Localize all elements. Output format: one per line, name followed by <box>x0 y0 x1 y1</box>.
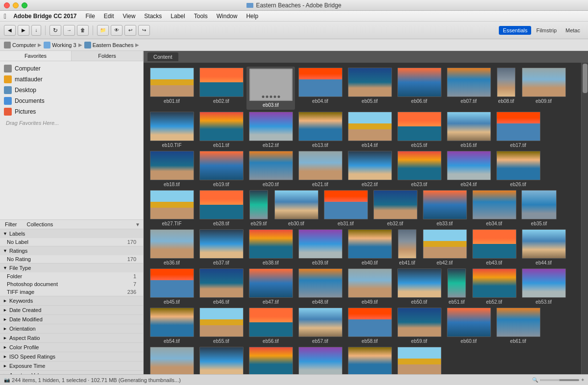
list-item[interactable]: eb02.tif <box>197 67 245 110</box>
list-item[interactable]: eb62.tif <box>147 346 196 374</box>
list-item[interactable]: eb08.tif <box>494 67 518 110</box>
list-item[interactable]: eb23.tif <box>395 150 443 188</box>
menu-file[interactable]: File <box>82 12 99 21</box>
list-item[interactable]: eb33.tif <box>420 189 469 227</box>
list-item[interactable]: eb56.tif <box>246 307 295 345</box>
app-name-menu[interactable]: Adobe Bridge CC 2017 <box>9 12 80 21</box>
list-item[interactable]: eb58.tif <box>345 307 394 345</box>
breadcrumb-working3[interactable]: Working 3 <box>44 42 76 48</box>
list-item[interactable]: eb45.tif <box>147 267 196 306</box>
essentials-button[interactable]: Essentials <box>499 26 531 35</box>
list-item[interactable]: eb34.tif <box>470 189 518 227</box>
list-item[interactable]: eb18.tif <box>147 150 196 188</box>
maximize-button[interactable] <box>22 2 27 8</box>
list-item[interactable]: eb54.tif <box>147 307 196 345</box>
list-item[interactable]: eb10.TIF <box>147 111 196 149</box>
list-item[interactable]: eb29.tif <box>246 189 271 227</box>
tab-folders[interactable]: Folders <box>72 51 143 61</box>
list-item[interactable]: eb47.tif <box>246 267 295 306</box>
list-item[interactable]: eb21.tif <box>296 150 344 188</box>
filter-header-iso[interactable]: ► ISO Speed Ratings <box>0 352 143 361</box>
sidebar-item-home[interactable]: mattlauder <box>0 74 143 85</box>
list-item[interactable]: eb27.TIF <box>147 189 196 227</box>
list-item[interactable]: eb26.tif <box>494 150 542 188</box>
scrollbar[interactable] <box>581 63 588 374</box>
zoom-slider[interactable] <box>540 379 579 381</box>
list-item[interactable]: eb03.tif <box>246 67 295 110</box>
list-item[interactable]: eb49.tif <box>345 267 394 306</box>
list-item[interactable]: eb57.tif <box>296 307 344 345</box>
list-item[interactable]: eb12.tif <box>246 111 295 149</box>
list-item[interactable]: eb24.tif <box>444 150 493 188</box>
list-item[interactable]: eb28.tif <box>197 189 245 227</box>
list-item[interactable]: eb39.tif <box>296 228 344 266</box>
list-item[interactable]: eb07.tif <box>444 67 493 110</box>
list-item[interactable]: eb60.tif <box>444 307 493 345</box>
tab-filter[interactable]: Filter <box>0 220 22 229</box>
filmstrip-button[interactable]: Filmstrip <box>532 26 561 35</box>
filter-header-datecreated[interactable]: ► Date Created <box>0 306 143 314</box>
list-item[interactable]: eb50.tif <box>395 267 443 306</box>
tab-collections[interactable]: Collections <box>22 220 58 229</box>
zoom-out-icon[interactable]: 🔍 <box>532 377 538 383</box>
scroll-thumb[interactable] <box>583 64 588 93</box>
list-item[interactable]: eb43.tif <box>470 228 518 266</box>
filter-header-orientation[interactable]: ► Orientation <box>0 324 143 333</box>
list-item[interactable]: eb42.tif <box>420 228 469 266</box>
list-item[interactable]: eb13.tif <box>296 111 344 149</box>
list-item[interactable]: eb04.tif <box>296 67 344 110</box>
list-item[interactable]: eb17.tif <box>494 111 542 149</box>
filter-header-ratings[interactable]: ▼ Ratings <box>0 246 143 255</box>
sidebar-item-documents[interactable]: Documents <box>0 96 143 106</box>
list-item[interactable]: eb41.tif <box>395 228 419 266</box>
list-item[interactable]: eb14.tif <box>345 111 394 149</box>
filter-collapse-button[interactable]: ▼ <box>132 221 143 228</box>
list-item[interactable]: eb46.tif <box>197 267 245 306</box>
nav-button[interactable]: ↓ <box>31 25 41 36</box>
menu-edit[interactable]: Edit <box>100 12 118 21</box>
menu-window[interactable]: Window <box>213 12 242 21</box>
list-item[interactable]: eb67.tif <box>345 346 394 374</box>
list-item[interactable]: eb37.tif <box>197 228 245 266</box>
list-item[interactable]: eb05.tif <box>345 67 394 110</box>
list-item[interactable]: eb53.tif <box>519 267 568 306</box>
filter-header-datemodified[interactable]: ► Date Modified <box>0 315 143 324</box>
list-item[interactable]: eb51.tif <box>444 267 469 306</box>
list-item[interactable]: eb52.tif <box>470 267 518 306</box>
filter-header-filetype[interactable]: ▼ File Type <box>0 264 143 272</box>
list-item[interactable]: eb22.tif <box>345 150 394 188</box>
list-item[interactable]: eb20.tif <box>246 150 295 188</box>
tab-favorites[interactable]: Favorites <box>0 51 72 61</box>
menu-view[interactable]: View <box>119 12 140 21</box>
list-item[interactable]: eb15.tif <box>395 111 443 149</box>
image-grid-container[interactable]: eb01.tif eb02.tif <box>144 63 581 374</box>
list-item[interactable]: eb30.tif <box>272 189 320 227</box>
list-item[interactable]: eb32.tif <box>371 189 419 227</box>
apple-logo[interactable]:  <box>4 12 6 20</box>
list-item[interactable]: eb19.tif <box>197 150 245 188</box>
menu-label[interactable]: Label <box>167 12 189 21</box>
meta-button[interactable]: Metac <box>562 26 584 35</box>
zoom-in-icon[interactable]: + <box>581 377 584 383</box>
delete-button[interactable]: 🗑 <box>77 25 89 36</box>
menu-tools[interactable]: Tools <box>190 12 212 21</box>
list-item[interactable]: eb63.tif <box>197 346 245 374</box>
filter-header-colorprofile[interactable]: ► Color Profile <box>0 343 143 352</box>
list-item[interactable]: eb48.tif <box>296 267 344 306</box>
sidebar-item-computer[interactable]: Computer <box>0 63 143 74</box>
rotate-left-button[interactable]: ↻ <box>49 25 61 36</box>
menu-help[interactable]: Help <box>242 12 262 21</box>
minimize-button[interactable] <box>13 2 19 8</box>
list-item[interactable]: eb59.tif <box>395 307 443 345</box>
list-item[interactable]: eb64.tif <box>246 346 295 374</box>
filter-header-labels[interactable]: ▼ Labels <box>0 229 143 238</box>
list-item[interactable]: eb40.tif <box>345 228 394 266</box>
list-item[interactable]: eb31.tif <box>321 189 370 227</box>
list-item[interactable]: eb38.tif <box>246 228 295 266</box>
list-item[interactable]: eb11.tif <box>197 111 245 149</box>
list-item[interactable]: eb55.tif <box>197 307 245 345</box>
list-item[interactable]: eb16.tif <box>444 111 493 149</box>
new-folder-button[interactable]: 📁 <box>97 25 109 36</box>
filter-header-exposure[interactable]: ► Exposure Time <box>0 361 143 370</box>
rotate-right-button[interactable]: → <box>63 25 75 36</box>
